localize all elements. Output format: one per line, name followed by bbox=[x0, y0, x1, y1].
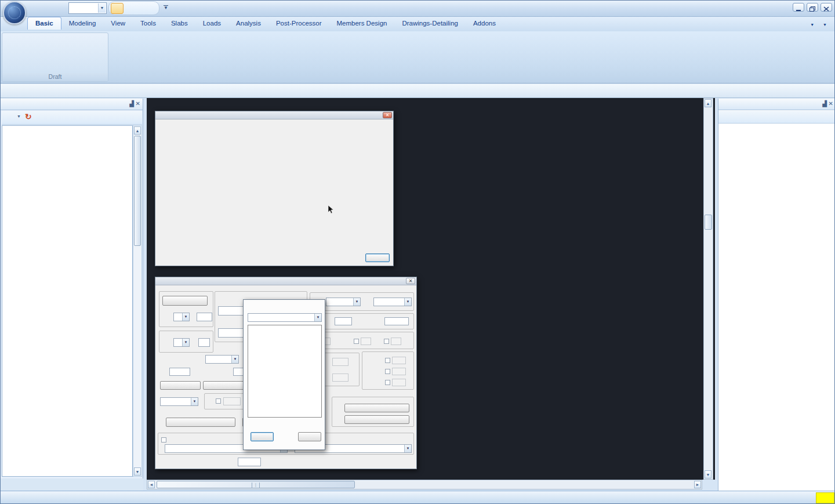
material-combo[interactable]: ▼ bbox=[160, 397, 198, 406]
ribbon-group-label: Draft bbox=[2, 73, 108, 81]
drift-field[interactable] bbox=[238, 458, 261, 466]
popup-cancel-button[interactable] bbox=[298, 432, 321, 441]
project-data-panel: ▟ ✕ ▼ ↻ ▲ ▼ bbox=[1, 99, 143, 491]
ribbon-group-draft: Draft bbox=[2, 32, 108, 82]
panel-close-icon[interactable]: ✕ bbox=[136, 100, 140, 107]
line-button[interactable] bbox=[5, 34, 27, 54]
ec8-dialog-title[interactable]: ✕ bbox=[155, 277, 416, 285]
scroll-down-icon[interactable]: ▼ bbox=[134, 467, 141, 476]
viewport-hscrollbar[interactable]: ◄ | ► bbox=[147, 480, 702, 490]
scroll-up-icon[interactable]: ▲ bbox=[134, 126, 141, 135]
refresh-icon[interactable]: ↻ bbox=[25, 112, 32, 121]
sdty-field[interactable] bbox=[392, 368, 406, 375]
modes-field[interactable] bbox=[335, 317, 352, 325]
accelerogram-dialog-title[interactable]: ✕ bbox=[155, 111, 393, 119]
status-color-block bbox=[816, 492, 834, 503]
seismic-areas-button[interactable] bbox=[162, 296, 208, 306]
tab-loads[interactable]: Loads bbox=[195, 17, 228, 30]
qx-checkbox[interactable] bbox=[216, 398, 221, 404]
setback-x-button[interactable] bbox=[344, 404, 409, 412]
tab-analysis[interactable]: Analysis bbox=[228, 17, 268, 30]
sdtx-field[interactable] bbox=[392, 357, 406, 364]
tab-drawings-detailing[interactable]: Drawings-Detailing bbox=[394, 17, 466, 30]
direction-x-popup: ▼ bbox=[243, 299, 325, 450]
hscroll-thumb[interactable]: | bbox=[157, 481, 355, 488]
direction-case-combo[interactable]: ▼ bbox=[248, 313, 322, 322]
vscroll-thumb[interactable] bbox=[705, 215, 712, 230]
qx-field[interactable] bbox=[223, 397, 241, 405]
ribbon-tab-row: BasicModelingViewToolsSlabsLoadsAnalysis… bbox=[1, 17, 835, 31]
sum-dropdown-icon[interactable]: ▼ bbox=[17, 114, 21, 118]
t1-checkbox[interactable] bbox=[161, 437, 166, 443]
sdty-checkbox[interactable] bbox=[385, 369, 390, 374]
minimize-button[interactable] bbox=[793, 3, 804, 12]
snap-toolbar bbox=[1, 84, 835, 98]
sdtz-field[interactable] bbox=[392, 379, 406, 386]
quick-level-combo[interactable]: ▼ bbox=[68, 2, 107, 14]
frame-system-button[interactable] bbox=[166, 418, 235, 427]
accuracy-field[interactable] bbox=[384, 317, 409, 325]
project-tree bbox=[2, 125, 133, 477]
vscroll-down-icon[interactable]: ▼ bbox=[705, 470, 711, 478]
vscroll-up-icon[interactable]: ▲ bbox=[705, 99, 711, 107]
pin-icon[interactable]: ▟ bbox=[129, 100, 134, 107]
properties-panel: ▟ ✕ bbox=[718, 99, 835, 491]
maximize-button[interactable] bbox=[807, 3, 818, 12]
tab-addons[interactable]: Addons bbox=[466, 17, 503, 30]
mouse-cursor bbox=[328, 205, 335, 214]
pfy-checkbox[interactable] bbox=[354, 339, 359, 344]
ribbon: Draft bbox=[1, 31, 835, 84]
hscroll-left-icon[interactable]: ◄ bbox=[148, 481, 155, 488]
dialog-close-icon[interactable]: ✕ bbox=[383, 112, 392, 118]
sdtz-checkbox[interactable] bbox=[385, 380, 390, 385]
style-cluster: ▼ ▼ bbox=[807, 19, 830, 30]
importance-zone-combo[interactable]: ▼ bbox=[173, 338, 190, 347]
tab-members-design[interactable]: Members Design bbox=[329, 17, 395, 30]
application-menu-button[interactable] bbox=[3, 1, 26, 24]
abbrechen-button[interactable] bbox=[365, 253, 390, 262]
project-panel-header: ▟ ✕ bbox=[1, 99, 143, 110]
tree-scrollbar[interactable]: ▲ ▼ bbox=[133, 125, 142, 477]
project-panel-tabs bbox=[1, 478, 143, 491]
tree-scroll-thumb[interactable] bbox=[134, 136, 141, 246]
quick-view-group bbox=[108, 1, 159, 15]
home-view-button[interactable] bbox=[111, 3, 124, 14]
pfz-field[interactable] bbox=[391, 338, 401, 345]
properties-panel-header: ▟ ✕ bbox=[718, 99, 835, 110]
project-panel-toolbar: ▼ ↻ bbox=[2, 111, 142, 125]
hscroll-right-icon[interactable]: ► bbox=[694, 481, 701, 488]
properties-close-icon[interactable]: ✕ bbox=[829, 100, 833, 107]
sdtx-checkbox[interactable] bbox=[385, 358, 390, 363]
tab-basic[interactable]: Basic bbox=[27, 17, 61, 30]
down-combo[interactable]: ▼ bbox=[326, 298, 361, 306]
application-window: ▼ ▼ BasicModelingViewToolsSlabsLoadsAnal… bbox=[0, 0, 835, 504]
a-field[interactable] bbox=[197, 313, 212, 321]
ecc-x-field[interactable] bbox=[332, 358, 348, 366]
zone-combo[interactable]: ▼ bbox=[173, 313, 190, 321]
tab-post-processor[interactable]: Post-Processor bbox=[268, 17, 329, 30]
zeta-field[interactable] bbox=[169, 368, 190, 376]
update-spectrum-button[interactable] bbox=[203, 381, 247, 390]
status-bar bbox=[1, 491, 835, 504]
response-spectrum-combo[interactable]: ▼ bbox=[205, 355, 239, 364]
qat-overflow-icon[interactable]: ▼ bbox=[164, 5, 168, 10]
accelerogram-chart bbox=[155, 119, 394, 252]
pfz-checkbox[interactable] bbox=[384, 339, 389, 344]
accelerogram-dialog: ✕ bbox=[155, 111, 394, 266]
tab-modeling[interactable]: Modeling bbox=[61, 17, 104, 30]
tab-slabs[interactable]: Slabs bbox=[164, 17, 195, 30]
popup-ok-button[interactable] bbox=[251, 432, 274, 441]
ecc-z-field[interactable] bbox=[332, 374, 348, 382]
ec8-close-icon[interactable]: ✕ bbox=[406, 278, 415, 284]
viewport-vscrollbar[interactable]: ▲ ▼ bbox=[703, 98, 713, 480]
properties-pin-icon[interactable]: ▟ bbox=[822, 100, 827, 107]
close-button[interactable] bbox=[821, 3, 832, 12]
gamma-field[interactable] bbox=[198, 338, 210, 347]
setback-z-button[interactable] bbox=[344, 415, 409, 424]
direction-diagram bbox=[248, 325, 322, 418]
pfy-field[interactable] bbox=[361, 338, 371, 345]
tab-tools[interactable]: Tools bbox=[133, 17, 164, 30]
response-spectrum-button[interactable] bbox=[160, 381, 201, 390]
up-combo[interactable]: ▼ bbox=[373, 298, 412, 306]
tab-view[interactable]: View bbox=[103, 17, 133, 30]
